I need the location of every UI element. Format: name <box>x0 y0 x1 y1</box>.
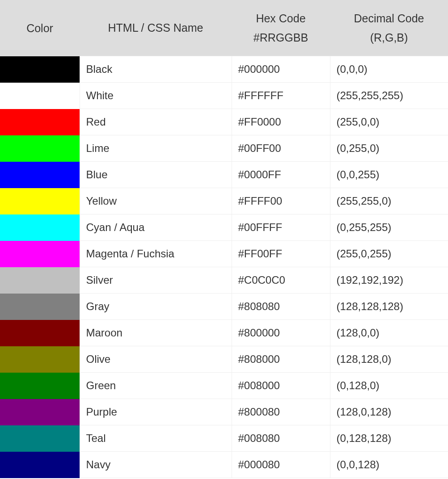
color-swatch <box>0 188 80 214</box>
table-row: Cyan / Aqua#00FFFF(0,255,255) <box>0 214 448 241</box>
color-rgb: (255,255,0) <box>330 188 448 214</box>
table-row: Navy#000080(0,0,128) <box>0 452 448 478</box>
table-row: Red#FF0000(255,0,0) <box>0 109 448 135</box>
table-header: Color HTML / CSS Name Hex Code #RRGGBB D… <box>0 0 448 56</box>
color-name: Green <box>80 373 232 399</box>
color-name: Maroon <box>80 320 232 346</box>
color-rgb: (128,0,128) <box>330 399 448 425</box>
color-name: Navy <box>80 452 232 478</box>
header-hex: Hex Code #RRGGBB <box>232 0 330 56</box>
color-hex: #C0C0C0 <box>232 267 330 294</box>
color-name: Gray <box>80 294 232 320</box>
color-rgb: (0,0,128) <box>330 452 448 478</box>
color-rgb: (255,255,255) <box>330 83 448 109</box>
color-rgb: (128,128,128) <box>330 294 448 320</box>
color-hex: #008000 <box>232 373 330 399</box>
color-name: Lime <box>80 135 232 162</box>
color-hex: #000000 <box>232 56 330 83</box>
color-swatch <box>0 214 80 241</box>
color-hex: #FF0000 <box>232 109 330 135</box>
color-rgb: (0,0,0) <box>330 56 448 83</box>
color-name: Cyan / Aqua <box>80 214 232 241</box>
color-hex: #808080 <box>232 294 330 320</box>
table-row: Silver#C0C0C0(192,192,192) <box>0 267 448 294</box>
color-hex: #FFFF00 <box>232 188 330 214</box>
color-swatch <box>0 452 80 478</box>
color-rgb: (0,255,0) <box>330 135 448 162</box>
color-name: Black <box>80 56 232 83</box>
color-swatch <box>0 399 80 425</box>
color-swatch <box>0 425 80 452</box>
color-swatch <box>0 294 80 320</box>
color-name: Purple <box>80 399 232 425</box>
color-swatch <box>0 135 80 162</box>
color-swatch <box>0 241 80 267</box>
color-rgb: (0,128,0) <box>330 373 448 399</box>
color-swatch <box>0 83 80 109</box>
color-table: Color HTML / CSS Name Hex Code #RRGGBB D… <box>0 0 448 478</box>
color-hex: #00FFFF <box>232 214 330 241</box>
table-row: Gray#808080(128,128,128) <box>0 294 448 320</box>
table-row: Lime#00FF00(0,255,0) <box>0 135 448 162</box>
color-swatch <box>0 162 80 188</box>
table-row: Teal#008080(0,128,128) <box>0 425 448 452</box>
color-rgb: (0,255,255) <box>330 214 448 241</box>
table-row: Blue#0000FF(0,0,255) <box>0 162 448 188</box>
color-rgb: (0,0,255) <box>330 162 448 188</box>
color-hex: #008080 <box>232 425 330 452</box>
color-swatch <box>0 373 80 399</box>
header-name: HTML / CSS Name <box>80 0 232 56</box>
color-rgb: (255,0,0) <box>330 109 448 135</box>
header-color: Color <box>0 0 80 56</box>
color-name: Silver <box>80 267 232 294</box>
color-rgb: (128,0,0) <box>330 320 448 346</box>
color-hex: #FF00FF <box>232 241 330 267</box>
color-hex: #FFFFFF <box>232 83 330 109</box>
color-hex: #00FF00 <box>232 135 330 162</box>
color-swatch <box>0 320 80 346</box>
color-hex: #800080 <box>232 399 330 425</box>
color-swatch <box>0 56 80 83</box>
header-dec-line2: (R,G,B) <box>370 31 408 44</box>
table-row: White#FFFFFF(255,255,255) <box>0 83 448 109</box>
color-rgb: (192,192,192) <box>330 267 448 294</box>
color-name: Blue <box>80 162 232 188</box>
table-body: Black#000000(0,0,0)White#FFFFFF(255,255,… <box>0 56 448 478</box>
color-name: Magenta / Fuchsia <box>80 241 232 267</box>
color-hex: #000080 <box>232 452 330 478</box>
table-row: Black#000000(0,0,0) <box>0 56 448 83</box>
color-rgb: (128,128,0) <box>330 346 448 373</box>
table-row: Green#008000(0,128,0) <box>0 373 448 399</box>
header-hex-line1: Hex Code <box>256 12 305 25</box>
color-name: Yellow <box>80 188 232 214</box>
table-row: Maroon#800000(128,0,0) <box>0 320 448 346</box>
header-hex-line2: #RRGGBB <box>254 31 308 44</box>
header-dec-line1: Decimal Code <box>354 12 424 25</box>
color-name: White <box>80 83 232 109</box>
header-name-label: HTML / CSS Name <box>108 21 203 34</box>
color-name: Red <box>80 109 232 135</box>
color-swatch <box>0 346 80 373</box>
table-row: Yellow#FFFF00(255,255,0) <box>0 188 448 214</box>
color-hex: #808000 <box>232 346 330 373</box>
color-name: Olive <box>80 346 232 373</box>
color-swatch <box>0 267 80 294</box>
color-rgb: (255,0,255) <box>330 241 448 267</box>
table-row: Olive#808000(128,128,0) <box>0 346 448 373</box>
color-hex: #0000FF <box>232 162 330 188</box>
color-hex: #800000 <box>232 320 330 346</box>
color-rgb: (0,128,128) <box>330 425 448 452</box>
header-color-label: Color <box>26 22 53 34</box>
header-dec: Decimal Code (R,G,B) <box>330 0 448 56</box>
table-row: Purple#800080(128,0,128) <box>0 399 448 425</box>
color-name: Teal <box>80 425 232 452</box>
color-swatch <box>0 109 80 135</box>
table-row: Magenta / Fuchsia#FF00FF(255,0,255) <box>0 241 448 267</box>
